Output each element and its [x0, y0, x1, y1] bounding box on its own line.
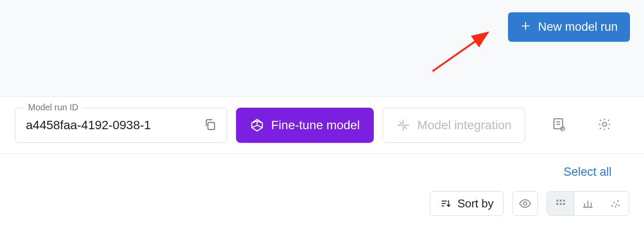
model-run-id-input[interactable] [15, 108, 227, 143]
svg-line-11 [400, 122, 402, 124]
list-controls: Sort by [0, 182, 644, 216]
new-model-run-button[interactable]: New model run [508, 12, 630, 42]
svg-point-33 [612, 205, 613, 207]
svg-point-22 [523, 202, 527, 205]
grid-icon [555, 198, 566, 209]
svg-rect-27 [559, 203, 561, 205]
svg-point-35 [616, 203, 617, 205]
fine-tune-label: Fine-tune model [271, 118, 360, 132]
header-region: New model run [0, 0, 644, 97]
svg-point-36 [617, 200, 619, 202]
integration-icon [396, 118, 410, 132]
svg-rect-25 [563, 200, 565, 201]
scatter-view-button[interactable] [601, 192, 629, 215]
view-mode-toggle [547, 191, 629, 216]
annotation-arrow-icon [429, 27, 499, 76]
report-icon [551, 117, 566, 132]
svg-line-12 [404, 126, 407, 128]
settings-button[interactable] [593, 112, 616, 138]
svg-point-37 [615, 206, 616, 207]
copy-icon [204, 118, 217, 131]
model-run-id-field: Model run ID [15, 108, 227, 143]
visibility-toggle-button[interactable] [512, 191, 538, 216]
report-view-button[interactable] [547, 112, 571, 138]
svg-rect-26 [556, 203, 558, 205]
copy-id-button[interactable] [201, 115, 219, 135]
subbar: Select all [0, 154, 644, 182]
svg-line-3 [433, 33, 488, 71]
new-model-run-label: New model run [538, 20, 618, 34]
sort-by-label: Sort by [458, 197, 494, 210]
bar-chart-icon [582, 198, 594, 209]
svg-rect-23 [556, 200, 558, 201]
sort-by-button[interactable]: Sort by [430, 191, 504, 216]
svg-point-17 [603, 122, 607, 126]
plus-icon [520, 21, 531, 33]
bar-chart-view-button[interactable] [574, 192, 601, 215]
svg-rect-4 [208, 122, 215, 129]
model-run-id-label: Model run ID [25, 102, 82, 112]
scatter-icon [609, 198, 621, 209]
svg-point-38 [618, 205, 619, 206]
svg-rect-28 [563, 203, 565, 205]
sort-icon [440, 198, 451, 209]
model-integration-button[interactable]: Model integration [383, 108, 525, 143]
grid-view-button[interactable] [547, 192, 574, 215]
polyhedron-icon [250, 118, 264, 132]
eye-icon [519, 197, 532, 210]
toolbar: Model run ID Fine-tune model Model integ… [0, 97, 644, 154]
select-all-link[interactable]: Select all [15, 162, 629, 182]
fine-tune-model-button[interactable]: Fine-tune model [236, 108, 374, 143]
svg-rect-24 [559, 200, 561, 201]
model-integration-label: Model integration [417, 118, 512, 132]
svg-point-34 [613, 202, 615, 203]
gear-icon [597, 117, 612, 132]
